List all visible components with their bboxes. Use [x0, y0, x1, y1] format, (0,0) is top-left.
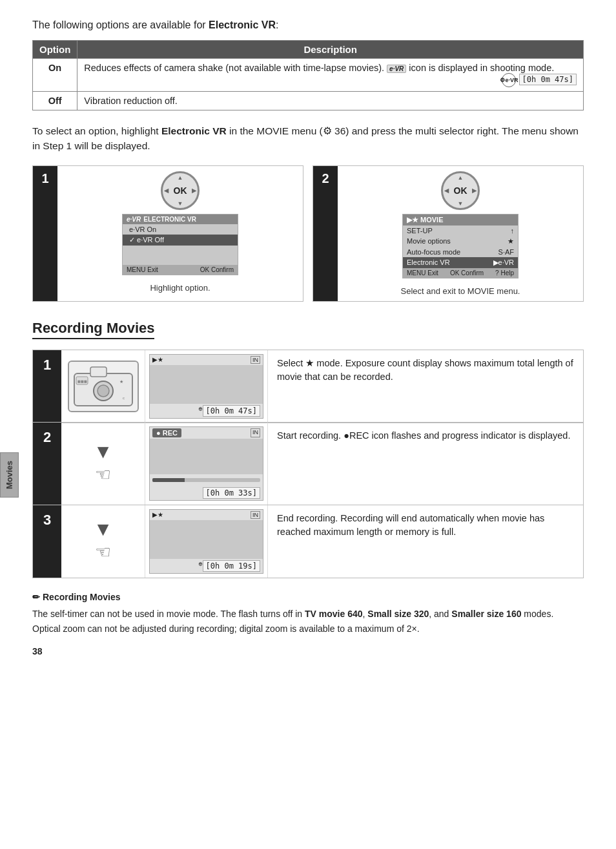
evr-title-text: ELECTRONIC VR	[143, 216, 196, 223]
movie-item-options: Movie options ★	[403, 236, 518, 247]
help-label: ? Help	[495, 269, 514, 277]
camera-illus-1: ▦▦▦ ★ c	[68, 361, 139, 412]
step-pair: 1 ◀ OK ▶ e·VR ELECTRONIC VR e·VR On ✓ e·…	[32, 165, 584, 302]
side-tab-movies: Movies	[0, 452, 19, 498]
progress-bar	[152, 478, 260, 482]
step-2-body: ◀ OK ▶ ▶★ MOVIE SET-UP ↑ Movie options ★…	[338, 166, 583, 301]
rec-step-num-3: 3	[33, 505, 61, 578]
note-text: The self-timer can not be used in movie …	[32, 607, 584, 636]
rec-step-row-3: 3 ▼ ☜ ▶★ IN ⊕ [0h 0m 19s] End recording.	[32, 505, 584, 578]
rec-step-row-2: 2 ▼ ☜ ● REC IN	[32, 422, 584, 505]
rec-step-num-2: 2	[33, 423, 61, 505]
rec-step-desc-3: End recording. Recording will end automa…	[268, 505, 583, 578]
svg-text:★: ★	[119, 379, 123, 384]
ok-button-step2: ◀ OK ▶	[441, 171, 480, 210]
step-1-unit: 1 ◀ OK ▶ e·VR ELECTRONIC VR e·VR On ✓ e·…	[32, 165, 303, 302]
rec-step-row-1: 1 ▦▦▦ ★ c ▶★	[32, 350, 584, 423]
table-row: Off Vibration reduction off.	[33, 92, 584, 110]
mini-screen-bottom-2: [0h 0m 33s]	[150, 486, 263, 500]
movie-menu-icon: ⚙	[323, 125, 332, 136]
page-number: 38	[32, 646, 584, 656]
intro-paragraph: The following options are available for …	[32, 19, 584, 31]
mini-screen-1: ▶★ IN ⊕ [0h 0m 47s]	[149, 354, 263, 419]
rec-step-camera-1: ▦▦▦ ★ c	[61, 350, 145, 423]
note-heading-text: Recording Movies	[43, 590, 121, 604]
movie-item-setup: SET-UP ↑	[403, 225, 518, 236]
intro-colon: :	[276, 19, 278, 30]
note-text3: , and	[429, 609, 451, 619]
progress-bar-fill	[152, 478, 185, 482]
mini-screen-top-1: ▶★ IN	[150, 355, 263, 365]
option-on: On	[33, 59, 77, 92]
ok-button-step1: ◀ OK ▶	[161, 171, 200, 210]
step-1-body: ◀ OK ▶ e·VR ELECTRONIC VR e·VR On ✓ e·VR…	[57, 166, 303, 301]
movie-menu-title: ▶★ MOVIE	[403, 215, 518, 225]
rec-step-desc-2: Start recording. ●REC icon flashes and p…	[268, 423, 583, 505]
mini-screen-bottom-3: ⊕ [0h 0m 19s]	[150, 559, 263, 573]
options-icon: ★	[508, 237, 514, 246]
mini-screen-body-1	[150, 365, 263, 404]
frame-icon-1: IN	[251, 356, 260, 364]
time-3: [0h 0m 19s]	[203, 560, 260, 572]
evr-item-on: e·VR On	[123, 224, 238, 235]
movie-mode-icon-3: ▶★	[152, 511, 163, 519]
col1-header: Option	[33, 41, 77, 59]
movie-mode-icon-1: ▶★	[152, 356, 163, 364]
note-section: ✏ Recording Movies The self-timer can no…	[32, 590, 584, 636]
movie-item-af: Auto-focus mode S·AF	[403, 247, 518, 257]
movie-menu-bottom: MENU Exit OK Confirm ? Help	[403, 268, 518, 278]
ok-label: OK	[174, 185, 187, 196]
ok-confirm-2: OK Confirm	[450, 269, 484, 277]
option-off: Off	[33, 92, 77, 110]
col2-header: Description	[77, 41, 584, 59]
evr-title-icon: e·VR	[127, 216, 141, 223]
recording-movies-heading: Recording Movies	[32, 320, 154, 339]
rec-badge: ● REC	[152, 428, 181, 437]
evr-label: Electronic VR	[407, 258, 450, 267]
pencil-icon: ✏	[32, 590, 40, 604]
af-icon: S·AF	[498, 248, 514, 256]
evr-item-off: ✓ e·VR Off	[123, 235, 238, 246]
note-heading: ✏ Recording Movies	[32, 590, 584, 604]
mini-screen-top-2: ● REC IN	[150, 427, 263, 439]
rec-step-camera-2: ▼ ☜	[61, 423, 145, 505]
mini-screen-body-2	[150, 439, 263, 474]
intro-bold: Electronic VR	[209, 19, 276, 30]
option-on-desc: Reduces effects of camera shake (not ava…	[77, 59, 584, 92]
note-bold1: TV movie 640	[305, 609, 363, 619]
ok-label-2: OK	[454, 185, 467, 196]
mini-screen-top-3: ▶★ IN	[150, 510, 263, 520]
right-arrow-icon: ▶	[192, 187, 196, 194]
intro-text: The following options are available for	[32, 19, 209, 30]
rec-step-screen-2: ● REC IN [0h 0m 33s]	[145, 423, 268, 505]
left-arrow-icon-2: ◀	[444, 187, 449, 194]
evr-menu-bottom: MENU Exit OK Confirm	[123, 265, 238, 275]
rec-step-num-1: 1	[33, 350, 61, 423]
svg-text:▦▦▦: ▦▦▦	[77, 379, 87, 383]
menu-exit-2: MENU Exit	[407, 269, 438, 277]
svg-text:c: c	[123, 396, 125, 400]
instruction-paragraph: To select an option, highlight Electroni…	[32, 123, 584, 154]
frame-icon-2: IN	[251, 428, 260, 437]
shutter-icon-2: ☜	[95, 464, 111, 485]
time-2: [0h 0m 33s]	[203, 487, 260, 499]
svg-rect-1	[90, 367, 107, 377]
mini-screen-bottom-1: ⊕ [0h 0m 47s]	[150, 404, 263, 418]
step-2-number: 2	[313, 166, 338, 301]
af-label: Auto-focus mode	[407, 248, 460, 256]
mini-screen-2: ● REC IN [0h 0m 33s]	[149, 426, 263, 501]
evr-circle-icon: ⚙e·VR	[502, 73, 516, 87]
table-row: On Reduces effects of camera shake (not …	[33, 59, 584, 92]
recording-steps: 1 ▦▦▦ ★ c ▶★	[32, 350, 584, 578]
step2-caption: Select and exit to MOVIE menu.	[401, 286, 520, 296]
rec-step-camera-3: ▼ ☜	[61, 505, 145, 578]
electronic-vr-bold: Electronic VR	[161, 125, 227, 136]
rec-step-screen-3: ▶★ IN ⊕ [0h 0m 19s]	[145, 505, 268, 578]
step-1-number: 1	[33, 166, 57, 301]
press-arrow-3: ▼	[94, 519, 113, 539]
note-bold2: Small size 320	[367, 609, 429, 619]
options-table: Option Description On Reduces effects of…	[32, 40, 584, 110]
evr-menu-title: e·VR ELECTRONIC VR	[123, 215, 238, 224]
evr-menu-screen: e·VR ELECTRONIC VR e·VR On ✓ e·VR Off ME…	[122, 214, 238, 275]
shutter-icon-3: ☜	[95, 541, 111, 563]
